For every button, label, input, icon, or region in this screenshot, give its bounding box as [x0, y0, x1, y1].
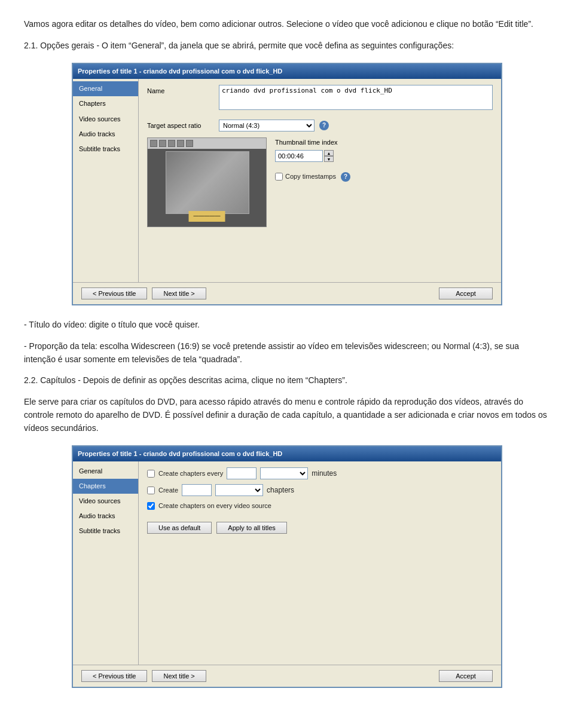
- chapters-every-unit-select[interactable]: minutes: [260, 467, 308, 479]
- copy-timestamps-label: Copy timestamps: [285, 172, 336, 182]
- create-chapters-every-label: Create chapters every: [158, 469, 223, 479]
- create-chapters-every-checkbox[interactable]: [147, 470, 155, 478]
- thumbnail-spin-down[interactable]: ▼: [324, 156, 334, 162]
- create-row: Create chapters chapters: [147, 484, 493, 496]
- dialog2-body: General Chapters Video sources Audio tra…: [73, 461, 501, 687]
- dialog2-footer: < Previous title Next title > Accept: [73, 665, 501, 687]
- paragraph-5: 2.2. Capítulos - Depois de definir as op…: [24, 374, 550, 387]
- accept-button[interactable]: Accept: [439, 287, 493, 299]
- aspect-select[interactable]: Normal (4:3) Widescreen (16:9): [219, 120, 315, 131]
- dialog1-footer-left: < Previous title Next title >: [81, 287, 206, 299]
- sidebar-item-audio-tracks[interactable]: Audio tracks: [73, 127, 138, 142]
- paragraph-6: Ele serve para criar os capítulos do DVD…: [24, 396, 550, 435]
- create-unit-select[interactable]: chapters: [215, 484, 263, 496]
- thumbnail-time-label: Thumbnail time index: [275, 137, 350, 148]
- aspect-label: Target aspect ratio: [147, 120, 219, 131]
- dialog2-sidebar: General Chapters Video sources Audio tra…: [73, 461, 139, 665]
- dialog1: Properties of title 1 - criando dvd prof…: [72, 63, 502, 305]
- apply-to-all-button[interactable]: Apply to all titles: [216, 522, 286, 534]
- dialog1-footer: < Previous title Next title > Accept: [73, 282, 501, 304]
- dialog2-content: General Chapters Video sources Audio tra…: [73, 461, 501, 665]
- name-input[interactable]: [219, 85, 493, 110]
- name-label: Name: [147, 85, 219, 96]
- aspect-help-icon[interactable]: ?: [319, 121, 329, 130]
- paragraph-1: Vamos agora editar os detalhes do vídeo,…: [24, 18, 550, 31]
- next-title-button[interactable]: Next title >: [152, 287, 206, 299]
- thumbnail-area: ————— Thumbnail time index ▲ ▼: [147, 137, 493, 227]
- prev-title-button[interactable]: < Previous title: [81, 287, 147, 299]
- paragraph-4: - Proporção da tela: escolha Widescreen …: [24, 340, 550, 366]
- dialog1-title: Properties of title 1 - criando dvd prof…: [78, 68, 282, 75]
- dialog2-sidebar-chapters[interactable]: Chapters: [73, 479, 138, 494]
- aspect-input-wrapper: Normal (4:3) Widescreen (16:9) ?: [219, 120, 493, 131]
- create-on-every-source-row: Create chapters on every video source: [147, 501, 493, 511]
- create-chapters-every-row: Create chapters every minutes minutes: [147, 467, 493, 479]
- copy-timestamps-checkbox[interactable]: [275, 173, 283, 181]
- sidebar-item-subtitle-tracks[interactable]: Subtitle tracks: [73, 142, 138, 157]
- create-count-input[interactable]: [182, 484, 212, 496]
- sidebar-item-general[interactable]: General: [73, 81, 138, 96]
- aspect-row: Target aspect ratio Normal (4:3) Widescr…: [147, 120, 493, 131]
- minutes-label: minutes: [312, 468, 337, 479]
- dialog1-main: Name Target aspect ratio Normal (4:3) Wi…: [139, 79, 501, 282]
- create-label: Create: [158, 485, 178, 495]
- create-on-every-source-label: Create chapters on every video source: [158, 501, 271, 511]
- dialog2-wrapper: Properties of title 1 - criando dvd prof…: [24, 445, 550, 688]
- para2-text: Opções gerais - O item “General”, da jan…: [40, 41, 454, 50]
- name-input-wrapper: [219, 85, 493, 114]
- dialog1-content: General Chapters Video sources Audio tra…: [73, 79, 501, 282]
- next-title-button2[interactable]: Next title >: [152, 670, 206, 682]
- create-on-every-source-checkbox[interactable]: [147, 502, 155, 510]
- copy-timestamps-help-icon[interactable]: ?: [341, 172, 350, 182]
- dialog2-sidebar-subtitle-tracks[interactable]: Subtitle tracks: [73, 524, 138, 539]
- paragraph-2: 2.1. Opções gerais - O item “General”, d…: [24, 39, 550, 53]
- dialog2-titlebar: Properties of title 1 - criando dvd prof…: [73, 446, 501, 461]
- video-thumb-label: —————: [189, 211, 225, 222]
- chapters-label: chapters: [267, 485, 294, 496]
- para5-num: 2.2.: [24, 375, 38, 385]
- dialog1-body: General Chapters Video sources Audio tra…: [73, 79, 501, 304]
- dialog2-sidebar-audio-tracks[interactable]: Audio tracks: [73, 509, 138, 524]
- dialog1-sidebar: General Chapters Video sources Audio tra…: [73, 79, 139, 282]
- dialog1-titlebar: Properties of title 1 - criando dvd prof…: [73, 64, 501, 79]
- copy-timestamps-row: Copy timestamps ?: [275, 172, 350, 182]
- thumbnail-spinners: ▲ ▼: [324, 150, 334, 162]
- create-checkbox[interactable]: [147, 487, 155, 494]
- sidebar-item-video-sources[interactable]: Video sources: [73, 112, 138, 127]
- use-as-default-button[interactable]: Use as default: [147, 522, 212, 534]
- sidebar-item-chapters[interactable]: Chapters: [73, 96, 138, 111]
- thumbnail-controls: Thumbnail time index ▲ ▼ Copy times: [275, 137, 350, 227]
- dialog2-main: Create chapters every minutes minutes Cr…: [139, 461, 501, 665]
- dialog2-title: Properties of title 1 - criando dvd prof…: [78, 450, 282, 457]
- dialog1-wrapper: Properties of title 1 - criando dvd prof…: [24, 63, 550, 305]
- video-thumbnail: —————: [147, 137, 267, 227]
- dialog2-footer-left: < Previous title Next title >: [81, 670, 206, 682]
- prev-title-button2[interactable]: < Previous title: [81, 670, 147, 682]
- thumbnail-spin-up[interactable]: ▲: [324, 150, 334, 156]
- thumbnail-time-input[interactable]: [275, 150, 323, 162]
- time-input-row: ▲ ▼: [275, 150, 350, 162]
- name-row: Name: [147, 85, 493, 114]
- dialog2-sidebar-video-sources[interactable]: Video sources: [73, 494, 138, 509]
- chapters-every-input[interactable]: [227, 467, 257, 479]
- dialog2-sidebar-general[interactable]: General: [73, 464, 138, 479]
- chapters-bottom: Use as default Apply to all titles: [147, 522, 493, 534]
- paragraph-3: - Título do vídeo: digite o título que v…: [24, 319, 550, 332]
- para2-num: 2.1.: [24, 41, 38, 50]
- para5-text: Capítulos - Depois de definir as opções …: [40, 375, 347, 385]
- accept-button2[interactable]: Accept: [439, 670, 493, 682]
- video-thumb-inner: [166, 151, 249, 214]
- dialog2: Properties of title 1 - criando dvd prof…: [72, 445, 502, 688]
